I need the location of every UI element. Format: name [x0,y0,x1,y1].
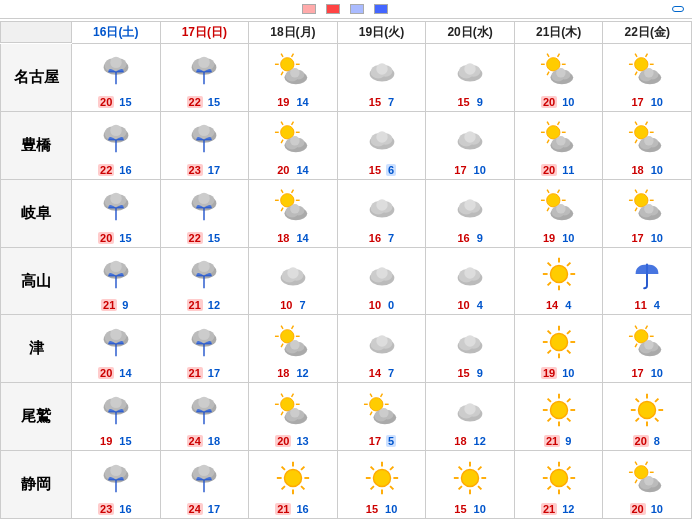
weather-cell-1-4: 1710 [426,112,515,180]
weather-icon-5-3 [363,385,401,434]
weather-cell-3-1: 2112 [161,248,250,316]
svg-line-323 [478,466,481,469]
svg-line-96 [635,122,637,125]
weather-icon-0-2 [274,46,312,95]
svg-point-28 [464,64,475,75]
svg-line-321 [459,466,462,469]
temp-high-1-3: 15 [367,164,383,176]
legend [18,4,662,14]
temp-high-3-2: 10 [278,299,294,311]
temp-high-5-2: 20 [275,435,291,447]
temp-low-6-4: 10 [472,503,488,515]
temp-low-6-6: 10 [649,503,665,515]
table-row-5: 尾鷲 1915 2418 2013 [0,383,692,451]
weather-icon-0-1 [185,46,223,95]
svg-line-257 [370,411,372,414]
weather-icon-5-0 [97,385,135,434]
svg-line-115 [281,208,283,211]
weather-icon-2-3 [363,182,401,231]
weather-cell-6-5: 2112 [515,451,604,519]
weather-cell-2-4: 169 [426,180,515,248]
svg-line-225 [635,344,637,347]
weather-icon-1-3 [363,114,401,163]
svg-point-204 [290,340,300,350]
weather-cell-2-1: 2215 [161,180,250,248]
weather-cell-1-5: 2011 [515,112,604,180]
weather-cell-3-2: 107 [249,248,338,316]
svg-line-284 [636,398,639,401]
weather-cell-3-5: 144 [515,248,604,316]
temp-row-3-4: 104 [426,298,514,312]
city-name-4: 津 [0,315,72,383]
temp-low-2-6: 10 [649,232,665,244]
svg-point-253 [290,408,300,418]
temp-high-3-1: 21 [187,299,203,311]
temp-row-6-1: 2417 [161,502,249,516]
weather-cell-2-3: 167 [338,180,427,248]
weather-icon-2-5 [540,182,578,231]
svg-point-170 [376,267,387,278]
temp-row-5-4: 1812 [426,434,514,448]
temp-low-3-4: 4 [475,299,485,311]
temp-row-0-0: 2015 [72,95,160,109]
weather-icon-0-6 [628,46,666,95]
svg-line-181 [547,263,550,266]
svg-line-66 [281,122,283,125]
svg-line-215 [567,350,570,353]
svg-line-332 [567,466,570,469]
svg-point-39 [556,69,566,79]
weather-cell-1-0: 2216 [72,112,161,180]
temp-row-5-2: 2013 [249,434,337,448]
weather-cell-4-1: 2117 [161,315,250,383]
svg-point-20 [290,69,300,79]
weather-cell-1-2: 2014 [249,112,338,180]
svg-point-110 [199,193,210,204]
svg-point-166 [287,267,298,278]
weather-cell-5-2: 2013 [249,383,338,451]
temp-low-3-0: 9 [120,299,130,311]
svg-line-46 [646,54,648,57]
weather-icon-1-4 [451,114,489,163]
svg-point-268 [464,403,475,414]
svg-line-299 [301,486,304,489]
temp-row-3-2: 107 [249,298,337,312]
temp-low-2-2: 14 [294,232,310,244]
temp-low-4-1: 17 [206,367,222,379]
svg-point-61 [281,126,294,139]
svg-point-8 [199,57,210,68]
temp-row-3-5: 144 [515,298,603,312]
temp-row-2-4: 169 [426,231,514,245]
svg-line-338 [635,461,637,464]
weather-icon-5-6 [628,385,666,434]
temp-high-6-3: 15 [364,503,380,515]
weather-cell-6-2: 2116 [249,451,338,519]
svg-line-305 [301,466,304,469]
tenki-logo [672,6,684,12]
temp-high-2-6: 17 [630,232,646,244]
temp-high-5-3: 17 [367,435,383,447]
weather-icon-6-1 [185,453,223,502]
temp-row-4-2: 1812 [249,366,337,380]
legend-color-1 [302,4,316,14]
svg-line-34 [547,54,549,57]
table-row-3: 高山 219 2112 107 [0,248,692,316]
weather-table: 16日(土)17日(日)18日(月)19日(火)20日(水)21日(木)22日(… [0,21,692,519]
temp-low-5-5: 9 [563,435,573,447]
svg-line-286 [655,398,658,401]
svg-point-187 [110,329,121,340]
svg-line-308 [390,486,393,489]
svg-point-306 [373,469,390,486]
temp-row-3-1: 2112 [161,298,249,312]
temp-row-4-3: 147 [338,366,426,380]
svg-point-91 [635,126,648,139]
svg-point-174 [464,267,475,278]
temp-row-5-5: 219 [515,434,603,448]
legend-color-3 [350,4,364,14]
temp-low-4-4: 9 [475,367,485,379]
temp-high-6-1: 24 [187,503,203,515]
weather-cell-5-4: 1812 [426,383,515,451]
temp-row-5-3: 175 [338,434,426,448]
svg-line-330 [547,466,550,469]
weather-cell-0-2: 1914 [249,44,338,112]
svg-line-137 [557,190,559,193]
